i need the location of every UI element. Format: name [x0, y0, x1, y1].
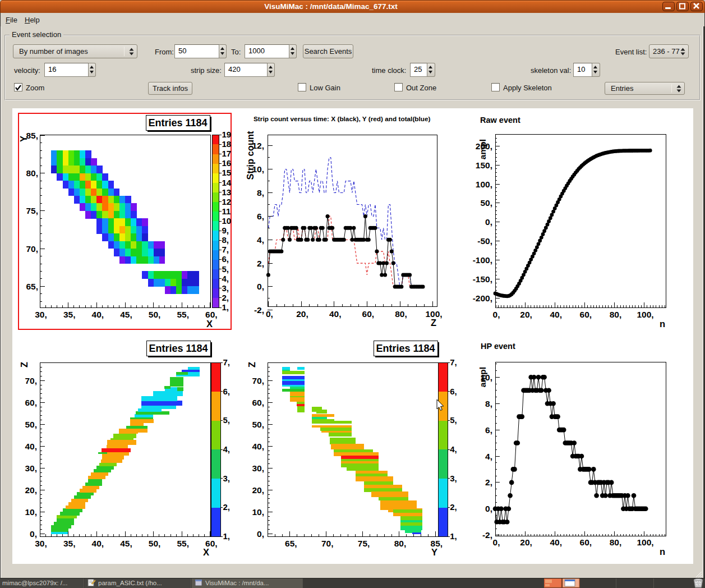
svg-text:Strip count: Strip count [245, 131, 255, 180]
svg-text:4,: 4, [223, 444, 230, 454]
svg-text:80,: 80, [395, 309, 407, 319]
svg-text:0,: 0, [266, 309, 273, 319]
svg-text:40,: 40, [92, 310, 104, 319]
svg-text:19: 19 [222, 130, 232, 139]
svg-text:45,: 45, [120, 539, 132, 548]
svg-text:20,: 20, [296, 309, 308, 319]
svg-text:40,: 40, [252, 442, 264, 451]
svg-text:30,: 30, [25, 463, 37, 473]
svg-text:100,: 100, [637, 538, 654, 547]
svg-text:n: n [660, 319, 665, 329]
svg-text:7,: 7, [450, 357, 457, 367]
svg-text:6,: 6, [485, 425, 492, 435]
svg-text:5,: 5, [223, 415, 230, 425]
svg-text:HP event: HP event [481, 342, 515, 351]
svg-text:n: n [660, 546, 665, 557]
svg-text:3,: 3, [222, 283, 229, 293]
svg-text:X: X [203, 547, 209, 557]
svg-text:1,: 1, [450, 531, 457, 541]
svg-text:30,: 30, [35, 310, 47, 319]
svg-text:ampl: ampl [478, 367, 487, 387]
svg-text:75,: 75, [358, 539, 370, 548]
svg-text:7,: 7, [223, 357, 230, 367]
svg-text:13: 13 [222, 187, 232, 197]
svg-text:0,: 0, [485, 504, 492, 513]
svg-text:20,: 20, [25, 485, 37, 495]
svg-text:35,: 35, [63, 539, 76, 548]
svg-text:50,: 50, [149, 310, 161, 319]
svg-text:8,: 8, [257, 188, 264, 197]
svg-text:17: 17 [222, 149, 232, 158]
svg-text:55,: 55, [177, 310, 189, 319]
svg-text:30,: 30, [252, 463, 264, 473]
svg-text:60,: 60, [252, 398, 264, 407]
svg-text:2,: 2, [257, 259, 264, 268]
svg-text:5,: 5, [222, 264, 229, 274]
svg-text:2,: 2, [223, 502, 230, 512]
svg-text:Entries 1184: Entries 1184 [148, 117, 207, 128]
svg-text:0,: 0, [493, 538, 500, 547]
svg-text:Y: Y [19, 136, 29, 142]
svg-text:10,: 10, [25, 507, 37, 517]
svg-text:-2,: -2, [482, 530, 492, 540]
svg-text:Z: Z [19, 362, 29, 368]
svg-text:Z: Z [431, 318, 436, 328]
svg-text:X: X [206, 319, 213, 329]
svg-text:4,: 4, [222, 274, 229, 283]
svg-text:11: 11 [222, 206, 231, 216]
svg-text:80,: 80, [394, 539, 407, 548]
svg-text:150,: 150, [476, 160, 492, 170]
svg-text:-50,: -50, [477, 236, 492, 246]
svg-text:10,: 10, [252, 507, 264, 517]
svg-text:3,: 3, [223, 474, 230, 483]
svg-text:20,: 20, [520, 538, 532, 547]
svg-text:9,: 9, [222, 226, 229, 235]
svg-text:60,: 60, [362, 309, 375, 319]
svg-text:30,: 30, [35, 539, 47, 548]
svg-text:1,: 1, [222, 302, 229, 312]
svg-text:6,: 6, [222, 254, 229, 264]
svg-text:40,: 40, [92, 539, 104, 548]
svg-text:Z: Z [247, 362, 257, 368]
svg-text:1,: 1, [223, 531, 230, 541]
svg-text:20,: 20, [520, 310, 532, 319]
svg-text:40,: 40, [550, 538, 562, 547]
svg-text:75,: 75, [26, 206, 38, 215]
svg-text:50,: 50, [149, 539, 161, 548]
svg-text:40,: 40, [25, 442, 37, 451]
svg-text:0,: 0, [493, 310, 500, 319]
svg-text:70,: 70, [321, 539, 334, 548]
svg-text:65,: 65, [26, 282, 38, 291]
svg-text:6,: 6, [257, 212, 264, 221]
svg-text:5,: 5, [450, 415, 457, 425]
svg-text:4,: 4, [450, 444, 457, 454]
svg-text:14: 14 [222, 178, 232, 187]
svg-text:Entries 1184: Entries 1184 [149, 343, 208, 354]
svg-text:35,: 35, [63, 310, 76, 319]
svg-text:60,: 60, [205, 310, 218, 319]
svg-text:55,: 55, [177, 539, 189, 548]
svg-text:4,: 4, [485, 452, 492, 461]
svg-text:40,: 40, [329, 309, 342, 319]
svg-text:80,: 80, [26, 168, 38, 178]
svg-text:60,: 60, [580, 538, 592, 547]
svg-text:60,: 60, [25, 398, 37, 407]
svg-text:70,: 70, [26, 244, 38, 254]
svg-text:Raw event: Raw event [480, 116, 520, 125]
svg-text:8,: 8, [222, 235, 229, 245]
svg-text:0,: 0, [257, 529, 264, 539]
svg-text:6,: 6, [450, 387, 457, 396]
svg-text:100,: 100, [476, 180, 492, 189]
svg-text:Strip count versus time: X (bl: Strip count versus time: X (black), Y (r… [254, 115, 431, 123]
svg-text:2,: 2, [485, 477, 492, 487]
svg-text:2,: 2, [450, 502, 457, 512]
svg-text:20,: 20, [252, 485, 264, 495]
svg-text:70,: 70, [252, 376, 264, 385]
svg-text:0,: 0, [485, 217, 492, 227]
svg-text:80,: 80, [610, 538, 622, 547]
svg-text:0,: 0, [30, 529, 37, 539]
svg-text:45,: 45, [120, 310, 132, 319]
svg-text:65,: 65, [285, 539, 297, 548]
svg-text:40,: 40, [550, 310, 562, 319]
svg-text:10: 10 [222, 216, 232, 226]
